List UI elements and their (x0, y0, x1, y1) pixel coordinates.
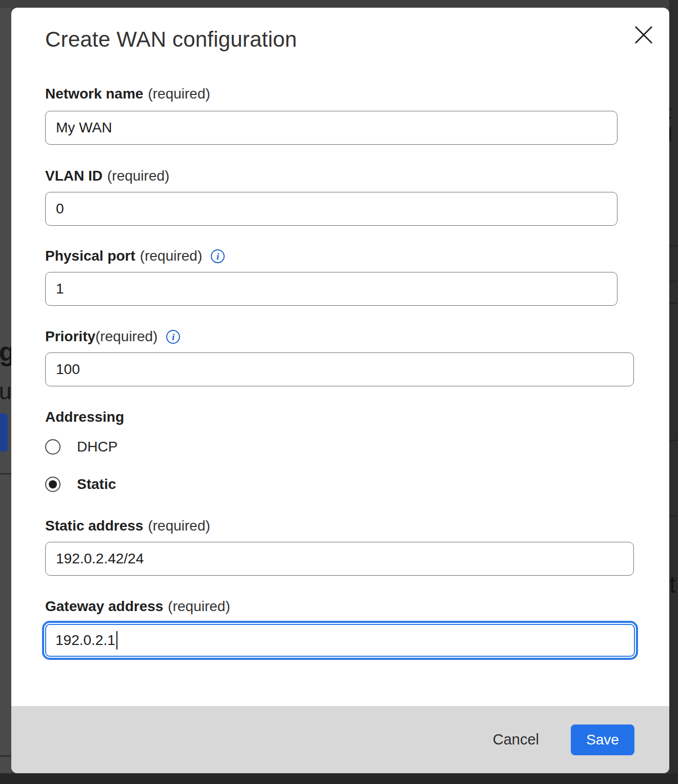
save-button[interactable]: Save (571, 724, 634, 755)
required-hint: (required) (148, 517, 210, 535)
gateway-address-value-area[interactable]: 192.0.2.1 (45, 624, 635, 657)
label-text: Gateway address (45, 597, 163, 616)
backdrop-text-fragment: t (669, 571, 676, 598)
static-address-input[interactable] (45, 542, 634, 576)
gateway-address-input-focused[interactable]: 192.0.2.1 (42, 621, 638, 660)
backdrop-text-fragment: u (0, 379, 11, 404)
vlan-id-input[interactable] (45, 192, 617, 226)
label-text: Physical port (45, 247, 135, 265)
dialog-title: Create WAN configuration (45, 26, 297, 53)
label-text: Network name (45, 85, 143, 103)
vlan-id-label: VLAN ID (required) (45, 167, 169, 185)
required-hint: (required) (95, 327, 157, 346)
radio-label: Static (77, 476, 116, 493)
network-name-input[interactable] (45, 111, 617, 145)
backdrop-text-fragment: g (0, 336, 11, 367)
addressing-section-label: Addressing (45, 408, 124, 426)
radio-dot (49, 480, 57, 488)
gateway-address-label: Gateway address (required) (45, 597, 230, 616)
backdrop-button-fragment (0, 414, 8, 452)
backdrop-row-line (669, 245, 678, 246)
label-text: VLAN ID (45, 167, 103, 185)
info-icon[interactable]: i (211, 249, 225, 263)
radio-option-dhcp[interactable]: DHCP (45, 439, 117, 455)
radio-option-static[interactable]: Static (45, 476, 116, 493)
required-hint: (required) (148, 85, 210, 103)
backdrop-row-line (669, 303, 678, 304)
backdrop-left-strip: g u (0, 8, 11, 773)
radio-selected-icon[interactable] (45, 477, 61, 492)
backdrop-row-line (669, 440, 678, 441)
physical-port-input[interactable] (45, 272, 617, 306)
backdrop-divider (0, 473, 11, 475)
radio-unselected-icon[interactable] (45, 439, 61, 455)
priority-input[interactable] (45, 352, 634, 386)
backdrop-row-line (669, 516, 678, 517)
backdrop-row-line (669, 281, 678, 282)
label-text: Static address (45, 517, 143, 535)
required-hint: (required) (107, 167, 169, 185)
gateway-address-value: 192.0.2.1 (55, 632, 115, 649)
backdrop-bottom-strip (0, 773, 678, 784)
backdrop-right-strip: : I t (669, 0, 678, 784)
close-button[interactable] (628, 19, 659, 50)
info-icon[interactable]: i (166, 330, 180, 344)
create-wan-dialog: Create WAN configuration Network name (r… (11, 8, 669, 773)
network-name-label: Network name (required) (45, 85, 210, 103)
required-hint: (required) (140, 247, 202, 265)
physical-port-label: Physical port (required) i (45, 247, 225, 265)
backdrop-text-fragment: : I (669, 102, 678, 146)
text-cursor (116, 631, 117, 650)
radio-label: DHCP (77, 439, 117, 455)
required-hint: (required) (168, 597, 230, 616)
backdrop-divider (0, 755, 11, 757)
dialog-footer: Cancel Save (11, 706, 669, 773)
priority-label: Priority (required) i (45, 327, 180, 346)
close-icon (634, 25, 653, 45)
cancel-button[interactable]: Cancel (486, 726, 546, 753)
label-text: Priority (45, 327, 95, 346)
static-address-label: Static address (required) (45, 517, 210, 535)
